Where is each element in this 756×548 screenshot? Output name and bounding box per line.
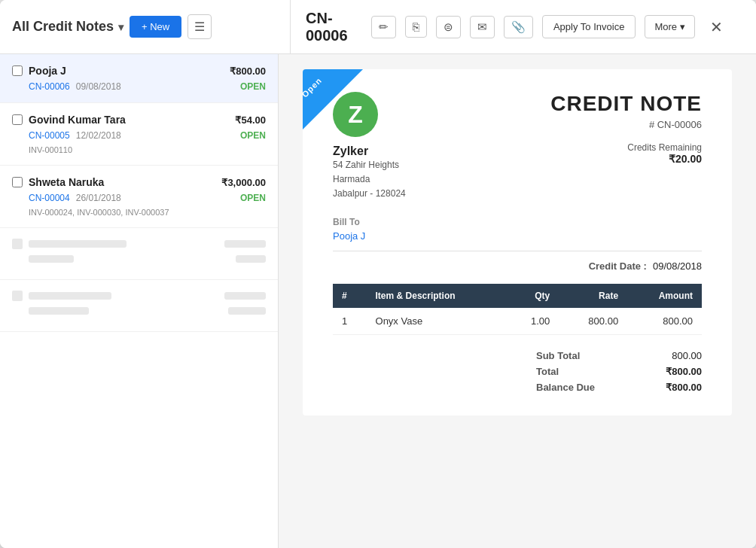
subtotal-row: Sub Total 800.00 (536, 350, 702, 361)
document-title: CN-00006 (306, 10, 362, 44)
invoice-table: # Item & Description Qty Rate Amount 1 O… (333, 284, 702, 335)
edit-icon: ✏ (379, 20, 389, 34)
main-content: Open Z Zylker 54 Zahir Heights Harmada J… (279, 54, 756, 548)
skeleton-name (29, 292, 111, 300)
list-item[interactable]: Govind Kumar Tara ₹54.00 CN-00005 12/02/… (0, 103, 278, 166)
item-refs: INV-000024, INV-000030, INV-000037 (12, 208, 266, 217)
item-status: OPEN (240, 130, 266, 141)
company-address-line3: Jabalpur - 128024 (333, 187, 406, 201)
company-address-line1: 54 Zahir Heights (333, 158, 406, 172)
cn-title: CREDIT NOTE (550, 92, 702, 116)
attachment-icon: 📎 (511, 20, 526, 34)
skeleton-status (228, 307, 266, 315)
item-checkbox[interactable] (12, 114, 23, 125)
row-num: 1 (333, 308, 367, 335)
bill-to-name: Pooja J (333, 230, 702, 242)
item-amount: ₹3,000.00 (221, 177, 266, 188)
skeleton-checkbox (12, 239, 23, 249)
sidebar: Pooja J ₹800.00 CN-00006 09/08/2018 OPEN… (0, 54, 279, 548)
item-status: OPEN (240, 81, 266, 92)
row-qty: 1.00 (506, 308, 559, 335)
item-name: Shweta Naruka (29, 176, 215, 188)
credit-date-label: Credit Date : (589, 260, 647, 272)
app-window: All Credit Notes ▾ + New ☰ CN-00006 ✏ ⎘ … (0, 0, 756, 548)
hamburger-button[interactable]: ☰ (187, 14, 212, 39)
total-row: Total ₹800.00 (536, 366, 702, 377)
apply-to-invoice-button[interactable]: Apply To Invoice (542, 15, 636, 38)
subtotal-value: 800.00 (672, 350, 702, 361)
dropdown-arrow-icon: ▾ (118, 21, 123, 33)
header-left: All Credit Notes ▾ + New ☰ (12, 0, 291, 53)
credits-remaining-label: Credits Remaining (550, 142, 702, 153)
new-button[interactable]: + New (130, 16, 181, 38)
all-credit-notes-dropdown[interactable]: All Credit Notes ▾ (12, 19, 123, 35)
more-dropdown-icon: ▾ (680, 21, 685, 32)
print-button[interactable]: ⊜ (436, 16, 461, 38)
body: Pooja J ₹800.00 CN-00006 09/08/2018 OPEN… (0, 54, 756, 548)
skeleton-amount (224, 240, 266, 248)
item-amount: ₹54.00 (235, 114, 266, 126)
credit-date-value: 09/08/2018 (653, 260, 702, 272)
skeleton-id (29, 255, 74, 263)
credit-note-card: Open Z Zylker 54 Zahir Heights Harmada J… (303, 69, 732, 416)
balance-due-row: Balance Due ₹800.00 (536, 382, 702, 393)
total-label: Total (536, 366, 559, 377)
skeleton-name (29, 240, 127, 248)
header: All Credit Notes ▾ + New ☰ CN-00006 ✏ ⎘ … (0, 0, 756, 54)
list-item[interactable]: Shweta Naruka ₹3,000.00 CN-00004 26/01/2… (0, 166, 278, 228)
col-header-num: # (333, 284, 367, 308)
meta-row: Credit Date : 09/08/2018 (333, 260, 702, 272)
row-rate: 800.00 (559, 308, 627, 335)
status-ribbon: Open (303, 69, 363, 129)
balance-due-label: Balance Due (536, 382, 595, 393)
item-id: CN-00006 (29, 81, 70, 92)
skeleton-amount (224, 292, 266, 300)
all-credit-notes-label: All Credit Notes (12, 19, 114, 35)
print-icon: ⊜ (444, 20, 453, 34)
row-amount: 800.00 (627, 308, 702, 335)
more-label: More (654, 21, 677, 32)
email-icon: ✉ (477, 20, 487, 34)
row-description: Onyx Vase (367, 308, 506, 335)
bill-to-label: Bill To (333, 217, 702, 227)
edit-button[interactable]: ✏ (371, 16, 396, 38)
copy-icon: ⎘ (413, 20, 419, 33)
company-address-line2: Harmada (333, 172, 406, 187)
balance-due-value: ₹800.00 (666, 382, 702, 393)
col-header-qty: Qty (506, 284, 559, 308)
skeleton-item (0, 280, 278, 332)
col-header-rate: Rate (559, 284, 627, 308)
skeleton-item (0, 228, 278, 280)
list-item[interactable]: Pooja J ₹800.00 CN-00006 09/08/2018 OPEN (0, 54, 278, 103)
top-section: Z Zylker 54 Zahir Heights Harmada Jabalp… (333, 92, 702, 202)
cn-header-right: CREDIT NOTE # CN-00006 Credits Remaining… (550, 92, 702, 202)
item-id: CN-00004 (29, 193, 70, 203)
subtotal-label: Sub Total (536, 350, 580, 361)
divider (333, 251, 702, 251)
bill-to-section: Bill To Pooja J (333, 217, 702, 242)
cn-number: # CN-00006 (550, 119, 702, 130)
table-row: 1 Onyx Vase 1.00 800.00 800.00 (333, 308, 702, 335)
item-amount: ₹800.00 (230, 65, 266, 77)
item-checkbox[interactable] (12, 177, 23, 187)
attachment-button[interactable]: 📎 (504, 16, 533, 38)
close-button[interactable]: ✕ (704, 15, 729, 39)
credits-remaining-amount: ₹20.00 (550, 153, 702, 165)
total-value: ₹800.00 (666, 366, 702, 377)
email-button[interactable]: ✉ (470, 16, 495, 38)
copy-button[interactable]: ⎘ (405, 16, 427, 38)
item-name: Pooja J (29, 65, 224, 77)
item-id: CN-00005 (29, 130, 70, 141)
ribbon-text: Open (303, 75, 324, 99)
item-status: OPEN (240, 193, 266, 203)
more-button[interactable]: More ▾ (645, 15, 695, 38)
col-header-amount: Amount (627, 284, 702, 308)
company-name: Zylker (333, 145, 406, 158)
skeleton-checkbox (12, 291, 23, 301)
item-date: 26/01/2018 (76, 193, 121, 203)
skeleton-id (29, 307, 89, 315)
skeleton-status (236, 255, 266, 263)
header-right: CN-00006 ✏ ⎘ ⊜ ✉ 📎 Apply To Invoice More… (291, 10, 744, 44)
item-checkbox[interactable] (12, 65, 23, 76)
col-header-description: Item & Description (367, 284, 506, 308)
